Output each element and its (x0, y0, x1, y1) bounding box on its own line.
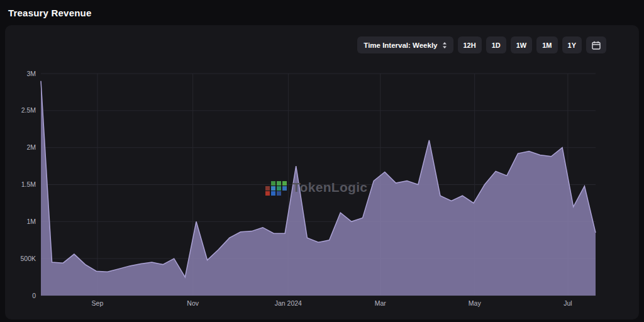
x-axis-label: Mar (375, 299, 387, 307)
x-axis-label: Jul (564, 299, 572, 307)
chevron-updown-icon (442, 42, 447, 49)
interval-button-1y[interactable]: 1Y (562, 36, 582, 53)
revenue-area-series (41, 81, 596, 296)
interval-button-12h[interactable]: 12H (458, 36, 482, 53)
y-axis-label: 1M (26, 218, 36, 225)
chart-card: Time Interval: Weekly 12H1D1W1M1Y 0500K1… (5, 25, 639, 319)
page-title: Treasury Revenue (8, 8, 91, 18)
y-axis-label: 3M (26, 70, 36, 77)
y-axis-label: 500K (20, 255, 36, 262)
x-axis-label: Jan 2024 (275, 299, 302, 307)
y-axis-label: 2.5M (21, 106, 36, 114)
x-axis-label: Sep (92, 299, 104, 307)
calendar-icon (592, 41, 601, 50)
time-interval-dropdown[interactable]: Time Interval: Weekly (357, 36, 453, 53)
calendar-button[interactable] (586, 36, 606, 53)
y-axis-label: 0 (32, 292, 36, 299)
y-axis-label: 1.5M (21, 180, 36, 188)
y-axis-label: 2M (26, 143, 36, 151)
x-axis-label: May (469, 299, 482, 307)
x-axis-label: Nov (187, 299, 199, 307)
interval-button-1d[interactable]: 1D (486, 36, 506, 53)
interval-buttons: 12H1D1W1M1Y (458, 36, 582, 53)
revenue-chart-svg: 0500K1M1.5M2M2.5M3MSepNovJan 2024MarMayJ… (5, 63, 639, 314)
time-interval-label: Time Interval: Weekly (364, 42, 437, 49)
interval-button-1w[interactable]: 1W (511, 36, 533, 53)
interval-button-1m[interactable]: 1M (536, 36, 557, 53)
chart-controls: Time Interval: Weekly 12H1D1W1M1Y (357, 36, 606, 53)
